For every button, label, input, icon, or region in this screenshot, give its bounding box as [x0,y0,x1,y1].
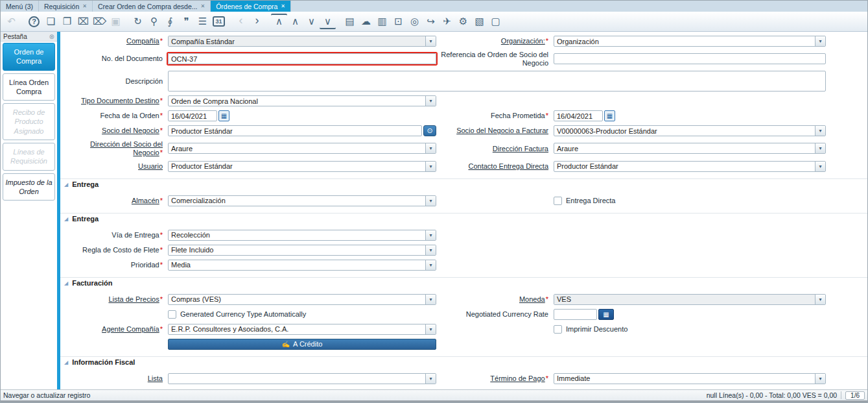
chevron-down-icon[interactable]: ▾ [425,196,436,206]
chat-icon[interactable]: ❞ [178,14,194,29]
generated-currency-checkbox[interactable] [168,310,176,319]
agente-compania-combo[interactable]: E.R.P. Consultores y Asociados, C.A. ▾ [168,324,436,335]
fecha-orden-field[interactable]: 16/04/2021 [168,110,217,121]
lista-precios-combo[interactable]: Compras (VES) ▾ [168,294,436,305]
section-collapse-icon[interactable]: ◢ [64,182,68,188]
collapse-sidebar-icon[interactable]: ⊗ [49,33,54,40]
agente-compania-label[interactable]: Agente Compañía [102,325,159,333]
document-no-field[interactable]: OCN-37 [168,53,436,64]
close-icon[interactable]: ✕ [82,3,87,9]
socio-facturar-label[interactable]: Socio del Negocio a Facturar [456,127,548,134]
tab-crear-orden[interactable]: Crear Orden de Compra desde... ✕ [93,1,211,12]
tab-requisicion[interactable]: Requisición ✕ [39,1,93,12]
calendar-icon[interactable]: 31 [213,16,225,27]
section-collapse-icon[interactable]: ◢ [64,216,68,222]
sidebar-tab-impuesto-orden[interactable]: Impuesto de la Orden [3,173,55,201]
chevron-down-icon[interactable]: ▾ [425,260,436,270]
section-collapse-icon[interactable]: ◢ [64,360,68,365]
imprimir-descuento-checkbox[interactable] [554,325,562,334]
chevron-down-icon[interactable]: ▾ [815,126,825,136]
workflow-icon[interactable]: ▧ [471,14,487,29]
chevron-down-icon[interactable]: ▾ [425,245,436,255]
archive-icon[interactable]: ☁ [358,14,374,29]
section-entrega-2[interactable]: ◢ Entrega [60,213,867,225]
compania-label[interactable]: Compañía [126,37,159,45]
fecha-prometida-field[interactable]: 16/04/2021 [554,110,603,121]
chevron-down-icon[interactable]: ▾ [815,36,825,46]
first-record-icon[interactable]: ∧ [271,14,287,29]
record-info-icon[interactable]: ⊙ [423,125,436,136]
delete-selection-icon[interactable]: ⌦ [91,14,108,29]
help-icon[interactable]: ? [29,16,40,27]
request-icon[interactable]: ↪ [423,14,439,29]
chevron-down-icon[interactable]: ▾ [425,295,436,304]
prev-record-icon[interactable]: ‹ [233,14,249,29]
print-icon[interactable]: ▥ [374,14,390,29]
a-credito-button[interactable]: ✍ A Crédito [168,339,436,350]
chevron-down-icon[interactable]: ▾ [425,96,436,106]
find-icon[interactable]: ⚲ [146,14,162,29]
tipo-documento-label[interactable]: Tipo Documento Destino [81,97,159,104]
termino-pago-combo[interactable]: Immediate ▾ [554,373,826,384]
delete-record-icon[interactable]: ⌧ [75,14,91,29]
sidebar-tab-orden-de-compra[interactable]: Orden de Compra [3,43,55,71]
chevron-down-icon[interactable]: ▾ [425,162,436,171]
tipo-documento-combo[interactable]: Orden de Compra Nacional ▾ [168,95,436,106]
report-icon[interactable]: ▤ [342,14,358,29]
record-position-indicator[interactable]: 1/6 [845,391,865,400]
regla-flete-combo[interactable]: Flete Incluido ▾ [168,245,436,256]
socio-negocio-field[interactable]: Productor Estándar [168,125,422,136]
close-icon[interactable]: ✕ [201,3,205,9]
contacto-entrega-label[interactable]: Contacto Entrega Directa [468,162,548,170]
section-facturacion[interactable]: ◢ Facturación [60,277,867,289]
termino-pago-label[interactable]: Término de Pago [490,374,545,382]
save-icon[interactable]: ▣ [108,14,124,29]
close-icon[interactable]: ✕ [281,3,285,9]
sidebar-tab-linea-orden-compra[interactable]: Línea Orden Compra [3,73,55,101]
undo-icon[interactable]: ↶ [3,14,19,29]
entrega-directa-checkbox[interactable] [554,197,562,205]
detail-record-icon[interactable]: ∨ [303,14,320,29]
lista-label[interactable]: Lista [148,374,163,382]
direccion-socio-label[interactable]: Dirección del Socio del Negocio [90,140,163,156]
usuario-label[interactable]: Usuario [138,162,163,170]
chevron-down-icon[interactable]: ▾ [815,374,825,384]
via-entrega-combo[interactable]: Recolección ▾ [168,230,436,241]
chevron-down-icon[interactable]: ▾ [425,324,436,334]
prioridad-combo[interactable]: Media ▾ [168,260,436,271]
moneda-label[interactable]: Moneda [519,295,545,303]
calculator-icon[interactable]: ▦ [598,309,614,320]
direccion-factura-label[interactable]: Dirección Factura [493,145,548,153]
lista-combo[interactable]: ▾ [168,373,436,384]
lock-icon[interactable]: ⊡ [390,14,406,29]
zoom-across-icon[interactable]: ◎ [406,14,423,29]
socio-facturar-combo[interactable]: V00000063-Productor Estándar ▾ [554,125,826,136]
process-icon[interactable]: ⚙ [455,14,471,29]
chevron-down-icon[interactable]: ▾ [815,162,825,171]
section-informacion-fiscal[interactable]: ◢ Información Fiscal [60,356,867,368]
contacto-entrega-combo[interactable]: Productor Estándar ▾ [554,161,826,172]
chevron-down-icon[interactable]: ▾ [425,36,436,46]
referencia-orden-field[interactable] [554,53,826,64]
negotiated-rate-field[interactable] [554,309,597,320]
lista-precios-label[interactable]: Lista de Precios [108,295,159,303]
chevron-down-icon[interactable]: ▾ [425,230,436,240]
copy-record-icon[interactable]: ❐ [59,14,75,29]
organizacion-label[interactable]: Organización: [501,37,545,45]
almacen-combo[interactable]: Comercialización ▾ [168,195,436,206]
last-record-icon[interactable]: ∨ [320,14,336,29]
chevron-down-icon[interactable]: ▾ [815,143,825,153]
chevron-down-icon[interactable]: ▾ [815,295,825,304]
send-mail-icon[interactable]: ✈ [439,14,455,29]
window-icon[interactable]: ▢ [487,14,504,29]
compania-combo[interactable]: Compañía Estándar ▾ [168,36,436,47]
section-entrega[interactable]: ◢ Entrega [60,178,867,190]
descripcion-field[interactable] [168,71,826,92]
tab-menu[interactable]: Menú (3) [1,1,39,12]
direccion-factura-combo[interactable]: Araure ▾ [554,143,826,154]
next-record-icon[interactable]: › [249,14,265,29]
usuario-combo[interactable]: Productor Estándar ▾ [168,161,436,172]
new-record-icon[interactable]: ❏ [43,14,59,29]
grid-toggle-icon[interactable]: ☰ [194,14,211,29]
refresh-icon[interactable]: ↻ [130,14,146,29]
